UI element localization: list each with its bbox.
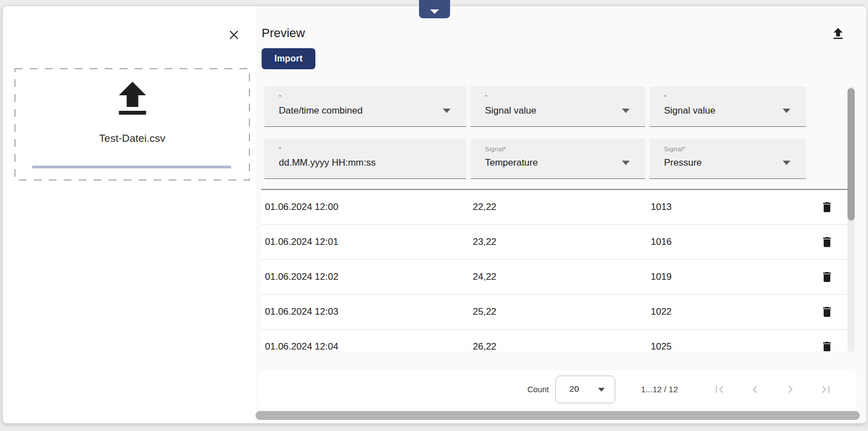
cell-pressure: 1022 (651, 306, 672, 317)
trash-icon (820, 201, 834, 214)
import-button[interactable]: Import (262, 48, 315, 69)
cell-datetime: 01.06.2024 12:01 (265, 237, 338, 248)
trash-icon (820, 270, 834, 284)
datetime-format-input[interactable]: * dd.MM.yyyy HH:mm:ss (264, 138, 466, 179)
chevron-down-icon (430, 9, 439, 14)
upload-icon (109, 76, 156, 122)
dropdown-arrow-icon (443, 109, 451, 113)
cell-datetime: 01.06.2024 12:03 (265, 306, 338, 317)
delete-row-button[interactable] (820, 235, 834, 250)
cell-datetime: 01.06.2024 12:02 (265, 271, 338, 283)
dropdown-arrow-icon (622, 161, 630, 165)
table-row: 01.06.2024 12:04 26,22 1025 (261, 330, 847, 351)
last-page-icon (819, 382, 833, 397)
vertical-scrollbar-track[interactable] (847, 86, 855, 352)
collapse-tab-button[interactable] (419, 0, 450, 18)
delete-row-button[interactable] (820, 340, 834, 351)
dropdown-arrow-icon (598, 388, 605, 392)
upload-progress-bar (32, 166, 231, 168)
delete-row-button[interactable] (820, 201, 834, 215)
cell-temperature: 22,22 (473, 202, 497, 213)
close-icon (227, 28, 241, 42)
chevron-left-icon (748, 382, 762, 397)
delete-row-button[interactable] (820, 270, 834, 285)
page-size-select[interactable]: 20 (555, 376, 615, 403)
cell-datetime: 01.06.2024 12:00 (265, 202, 338, 213)
first-page-icon (712, 382, 727, 397)
cell-pressure: 1019 (651, 271, 672, 283)
table-row: 01.06.2024 12:03 25,22 1022 (261, 295, 847, 330)
horizontal-scrollbar[interactable] (256, 411, 860, 420)
cell-datetime: 01.06.2024 12:04 (265, 341, 338, 351)
pagination-range: 1...12 / 12 (641, 384, 678, 394)
trash-icon (820, 340, 834, 351)
upload-icon (830, 26, 846, 42)
signal-select-temperature[interactable]: Signal* Temperature (471, 138, 645, 179)
page-background: Test-Datei.csv Preview Import * Date/tim… (0, 0, 868, 431)
preview-panel: Preview Import * Date/time combined * Si… (256, 6, 866, 423)
dropdown-arrow-icon (783, 109, 790, 113)
csv-import-dialog: Test-Datei.csv Preview Import * Date/tim… (2, 6, 866, 424)
cell-pressure: 1025 (651, 341, 672, 351)
signal-select-pressure[interactable]: Signal* Pressure (650, 138, 806, 179)
cell-pressure: 1013 (651, 202, 672, 213)
delete-row-button[interactable] (820, 305, 834, 320)
dropdown-arrow-icon (622, 109, 630, 113)
page-title: Preview (262, 26, 305, 40)
upload-action-button[interactable] (830, 26, 846, 43)
column-type-select-datetime[interactable]: * Date/time combined (264, 86, 466, 127)
cell-temperature: 24,22 (473, 271, 497, 283)
trash-icon (820, 235, 834, 249)
dropdown-arrow-icon (783, 161, 790, 165)
file-dropzone[interactable]: Test-Datei.csv (14, 68, 250, 181)
cell-temperature: 26,22 (473, 341, 497, 351)
previous-page-button[interactable] (748, 382, 762, 397)
pagination-bar: Count 20 1...12 / 12 (259, 371, 856, 408)
vertical-scrollbar-thumb[interactable] (847, 88, 855, 220)
count-label: Count (528, 385, 549, 394)
file-name: Test-Datei.csv (14, 132, 250, 145)
cell-pressure: 1016 (651, 237, 672, 248)
table-row: 01.06.2024 12:02 24,22 1019 (261, 260, 847, 295)
preview-table: 01.06.2024 12:00 22,22 1013 01.06.2024 1… (261, 190, 847, 351)
column-type-select-signal-2[interactable]: * Signal value (650, 86, 806, 127)
table-row: 01.06.2024 12:00 22,22 1013 (261, 190, 847, 225)
cell-temperature: 25,22 (473, 306, 497, 317)
column-type-select-signal-1[interactable]: * Signal value (471, 86, 645, 127)
trash-icon (820, 305, 834, 319)
table-row: 01.06.2024 12:01 23,22 1016 (261, 225, 847, 260)
next-page-button[interactable] (783, 382, 798, 397)
first-page-button[interactable] (712, 382, 727, 397)
close-button[interactable] (226, 27, 242, 44)
cell-temperature: 23,22 (473, 237, 497, 248)
last-page-button[interactable] (819, 382, 833, 397)
chevron-right-icon (783, 382, 798, 397)
